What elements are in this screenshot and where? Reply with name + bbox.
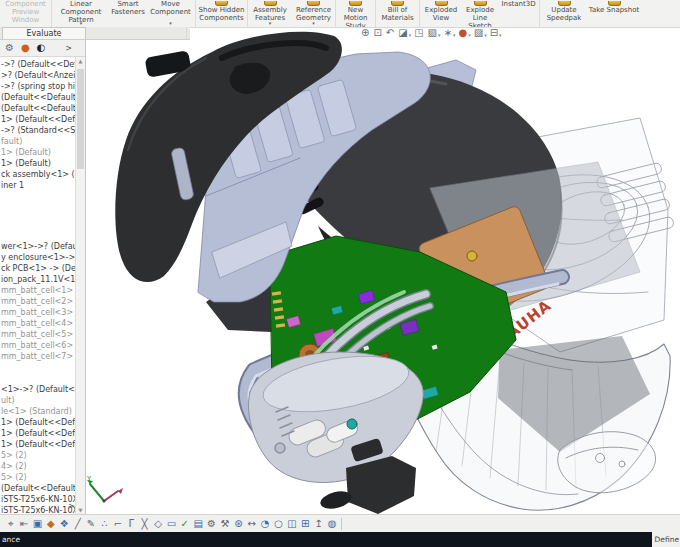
featuremanager-tree-tab-icon[interactable]: ⚙ [5, 43, 14, 53]
feature-tree-item[interactable]: ult) [1, 395, 76, 406]
feature-tree-item[interactable]: <1>->? (Default<<I [1, 384, 76, 395]
feature-tree-item[interactable]: 1> (Default<<Defaul [1, 439, 76, 450]
tab-evaluate[interactable]: Evaluate [2, 27, 86, 39]
line-icon[interactable]: ╱ [71, 519, 84, 529]
feature-tree-item[interactable]: iSTS-T25x6-KN-10X( [1, 505, 76, 514]
model-3d[interactable]: AUHA [86, 27, 680, 514]
corner-icon[interactable]: ⌐ [111, 519, 124, 529]
feature-tree-item[interactable]: 4> (2) [1, 461, 76, 472]
move-component-button[interactable]: Move Component ▾ [146, 0, 196, 27]
check-icon[interactable]: ✓ [178, 519, 191, 529]
feature-tree-item[interactable]: wer<1>->? (Default< [1, 241, 76, 252]
apply-scene-icon[interactable]: ▨ ▾ [474, 28, 487, 38]
feature-tree-item[interactable]: (Default<<Default> [1, 103, 76, 114]
dimension-icon[interactable]: ◍ [325, 519, 338, 529]
view-settings-icon[interactable]: ⊟ ▾ [490, 28, 502, 38]
bill-of-materials-button[interactable]: Bill of Materials [376, 0, 420, 27]
feature-tree-item[interactable]: 1> (Default) [1, 147, 76, 158]
feature-tree-item[interactable]: mm_batt_cell<6> (D [1, 340, 76, 351]
feature-tree-item[interactable]: mm_batt_cell<5> (D [1, 329, 76, 340]
instant3d-button[interactable]: Instant3D [498, 0, 540, 27]
tools-icon[interactable]: ⚒ [218, 519, 231, 529]
component-preview-window-button[interactable]: Component Preview Window [0, 0, 52, 27]
smart-fasteners-button[interactable]: Smart Fasteners [110, 0, 146, 27]
show-hidden-components-button[interactable]: Show Hidden Components [196, 0, 248, 27]
tree-scrollbar[interactable]: ▲ ▼ [75, 57, 85, 514]
feature-tree-item[interactable]: 1> (Default<<Defau [1, 114, 76, 125]
feature-tree-item[interactable]: mm_batt_cell<3> (D [1, 307, 76, 318]
snap-icon[interactable]: ⇤ [17, 519, 30, 529]
feature-tree-item[interactable]: mm_batt_cell<2> (D [1, 296, 76, 307]
pattern-icon[interactable]: ❖ [58, 519, 71, 529]
hide-items-icon[interactable]: ∗ ▾ [444, 28, 456, 38]
feature-tree-item[interactable]: le<1> (Standard) [1, 406, 76, 417]
scrollbar-thumb[interactable] [77, 69, 84, 169]
appearance-tab-icon[interactable]: ● [21, 43, 30, 53]
command-label: Take Snapshot [589, 7, 639, 15]
panel-flyout-chevron[interactable]: > [65, 44, 72, 53]
circle-icon[interactable]: ○ [272, 519, 285, 529]
polygon-icon[interactable]: ◇ [151, 519, 164, 529]
feature-tree-item[interactable]: mm_batt_cell<1> (D [1, 285, 76, 296]
feature-tree-item[interactable]: ->? (Default<<Defa [1, 59, 76, 70]
headsup-view-toolbar: ⊕ ⊡ ↶ ◪ ▾ ◳ [361, 28, 502, 38]
move-icon[interactable]: ↔ [245, 519, 258, 529]
feature-tree-item[interactable]: (Default<<Default> [1, 92, 76, 103]
feature-tree-item[interactable]: 5> (2) [1, 472, 76, 483]
display-style-icon[interactable]: ▧ ▾ [428, 28, 441, 38]
feature-tree-item[interactable]: mm_batt_cell<7> (D [1, 351, 76, 362]
corner-rect-icon[interactable]: Γ [125, 519, 138, 529]
view-orientation-icon[interactable]: ◳ [414, 28, 424, 38]
feature-tree-item[interactable]: iner 1 [1, 180, 76, 191]
linear-component-pattern-button[interactable]: Linear Component Pattern ▾ [52, 0, 110, 27]
rectangle-icon[interactable]: ▭ [165, 519, 178, 529]
points-icon[interactable]: ∴ [98, 519, 111, 529]
pencil-icon[interactable]: ✎ [84, 519, 97, 529]
previous-view-icon[interactable]: ↶ [386, 28, 395, 38]
explode-line-sketch-button[interactable]: Explode Line Sketch [462, 0, 498, 27]
mirror-icon[interactable]: ◫ [285, 519, 298, 529]
feature-tree-item[interactable]: y enclosure<1>->? ( [1, 252, 76, 263]
burst-icon[interactable]: ⊛ [232, 519, 245, 529]
feature-tree-item[interactable] [1, 362, 76, 384]
up-arrow-icon[interactable]: ↥ [312, 519, 325, 529]
feature-tree-item[interactable]: ion_pack_11.1V<1> [1, 274, 76, 285]
feature-tree-item[interactable]: 5> (2) [1, 450, 76, 461]
reference-geometry-button[interactable]: Reference Geometry ▾ [292, 0, 336, 27]
feature-tree-item[interactable]: ->? (spring stop hig [1, 81, 76, 92]
feature-tree-item[interactable]: 1> (Default<<Defa [1, 428, 76, 439]
feature-tree-item[interactable]: iSTS-T25x6-KN-10X( [1, 494, 76, 505]
zoom-fit-icon[interactable]: ⊕ [361, 28, 370, 38]
table-icon[interactable]: ▤ [191, 519, 204, 529]
assembly-features-button[interactable]: Assembly Features ▾ [248, 0, 292, 27]
zoom-area-icon[interactable]: ⊡ [373, 28, 382, 38]
feature-tree-item[interactable]: 1> (Default) [1, 158, 76, 169]
feature-tree-item[interactable]: >? (Default<Anzeig [1, 70, 76, 81]
trim-icon[interactable]: ╳ [138, 519, 151, 529]
arc-icon[interactable]: ◔ [258, 519, 271, 529]
crosshair-icon[interactable]: ⌖ [4, 519, 17, 529]
exploded-view-button[interactable]: Exploded View [420, 0, 462, 27]
section-view-icon[interactable]: ◪ ▾ [398, 28, 411, 38]
grid-icon[interactable]: ⊞ [299, 519, 312, 529]
scroll-up-icon[interactable]: ▲ [76, 58, 85, 64]
update-speedpak-button[interactable]: Update Speedpak [540, 0, 588, 27]
feature-tree-item[interactable]: (Default<<Default> [1, 483, 76, 494]
scroll-down-icon[interactable]: ▼ [76, 507, 85, 513]
orange-diamond-icon[interactable]: ◆ [44, 519, 57, 529]
new-motion-study-button[interactable]: New Motion Study [336, 0, 376, 27]
feature-tree-item[interactable]: ck assembly<1> (De [1, 169, 76, 180]
feature-tree-item[interactable]: fault) [1, 136, 76, 147]
feature-tree-item[interactable] [1, 191, 76, 241]
displaymanager-tab-icon[interactable]: ◐ [37, 43, 46, 53]
graphics-viewport[interactable]: ⊕ ⊡ ↶ ◪ ▾ ◳ [86, 27, 680, 514]
solid-square-icon[interactable]: ▣ [31, 519, 44, 529]
scroll-right-icon[interactable]: > [68, 502, 75, 511]
feature-tree-item[interactable]: mm_batt_cell<4> (D [1, 318, 76, 329]
take-snapshot-button[interactable]: Take Snapshot [588, 0, 640, 27]
feature-tree-item[interactable]: ->? (Standard<<St. [1, 125, 76, 136]
gear-icon[interactable]: ⚙ [205, 519, 218, 529]
feature-tree-item[interactable]: 1> (Default<<Defa [1, 417, 76, 428]
edit-appearance-icon[interactable]: ● ▾ [458, 28, 470, 38]
feature-tree-item[interactable]: ck PCB<1> -> (Defa [1, 263, 76, 274]
